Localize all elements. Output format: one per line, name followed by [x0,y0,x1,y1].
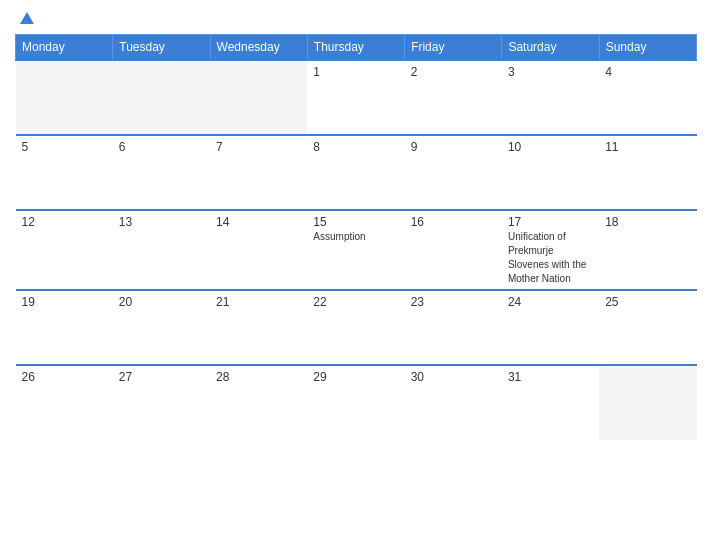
day-number: 16 [411,215,496,229]
day-number: 30 [411,370,496,384]
calendar-cell [113,60,210,135]
day-number: 18 [605,215,690,229]
week-row-2: 567891011 [16,135,697,210]
calendar-cell [210,60,307,135]
calendar-cell: 12 [16,210,113,290]
week-row-1: 1234 [16,60,697,135]
calendar-cell: 19 [16,290,113,365]
day-number: 26 [22,370,107,384]
calendar-cell [16,60,113,135]
day-number: 22 [313,295,398,309]
calendar-cell: 14 [210,210,307,290]
calendar-cell: 31 [502,365,599,440]
day-number: 5 [22,140,107,154]
calendar-cell: 27 [113,365,210,440]
day-number: 10 [508,140,593,154]
svg-marker-0 [20,12,34,24]
day-number: 12 [22,215,107,229]
weekday-header-monday: Monday [16,35,113,61]
calendar-cell: 29 [307,365,404,440]
logo [15,10,39,26]
calendar-cell: 4 [599,60,696,135]
weekday-header-thursday: Thursday [307,35,404,61]
day-number: 23 [411,295,496,309]
day-number: 14 [216,215,301,229]
day-number: 25 [605,295,690,309]
calendar-cell: 24 [502,290,599,365]
calendar-cell: 11 [599,135,696,210]
weekday-header-saturday: Saturday [502,35,599,61]
day-number: 27 [119,370,204,384]
day-number: 4 [605,65,690,79]
day-number: 20 [119,295,204,309]
day-number: 3 [508,65,593,79]
calendar-cell: 20 [113,290,210,365]
calendar-cell: 26 [16,365,113,440]
calendar-cell: 5 [16,135,113,210]
calendar-cell: 7 [210,135,307,210]
weekday-header-sunday: Sunday [599,35,696,61]
calendar-event: Unification of Prekmurje Slovenes with t… [508,231,586,284]
header [15,10,697,26]
calendar-cell: 8 [307,135,404,210]
day-number: 15 [313,215,398,229]
calendar-cell: 10 [502,135,599,210]
day-number: 11 [605,140,690,154]
day-number: 2 [411,65,496,79]
calendar-cell: 23 [405,290,502,365]
day-number: 28 [216,370,301,384]
calendar-cell: 18 [599,210,696,290]
week-row-3: 12131415Assumption1617Unification of Pre… [16,210,697,290]
weekday-header-wednesday: Wednesday [210,35,307,61]
weekday-header-friday: Friday [405,35,502,61]
calendar-cell: 2 [405,60,502,135]
week-row-5: 262728293031 [16,365,697,440]
weekday-header-row: MondayTuesdayWednesdayThursdayFridaySatu… [16,35,697,61]
day-number: 13 [119,215,204,229]
calendar-cell: 25 [599,290,696,365]
calendar-page: MondayTuesdayWednesdayThursdayFridaySatu… [0,0,712,550]
calendar-cell: 13 [113,210,210,290]
calendar-table: MondayTuesdayWednesdayThursdayFridaySatu… [15,34,697,440]
calendar-cell: 28 [210,365,307,440]
day-number: 17 [508,215,593,229]
logo-triangle-icon [19,10,35,26]
day-number: 31 [508,370,593,384]
day-number: 19 [22,295,107,309]
calendar-event: Assumption [313,231,365,242]
day-number: 7 [216,140,301,154]
calendar-cell: 22 [307,290,404,365]
day-number: 9 [411,140,496,154]
calendar-cell: 17Unification of Prekmurje Slovenes with… [502,210,599,290]
calendar-cell [599,365,696,440]
calendar-cell: 21 [210,290,307,365]
day-number: 8 [313,140,398,154]
calendar-cell: 15Assumption [307,210,404,290]
day-number: 6 [119,140,204,154]
day-number: 1 [313,65,398,79]
weekday-header-tuesday: Tuesday [113,35,210,61]
calendar-cell: 30 [405,365,502,440]
day-number: 24 [508,295,593,309]
calendar-cell: 16 [405,210,502,290]
day-number: 21 [216,295,301,309]
calendar-cell: 1 [307,60,404,135]
day-number: 29 [313,370,398,384]
calendar-cell: 6 [113,135,210,210]
calendar-cell: 9 [405,135,502,210]
week-row-4: 19202122232425 [16,290,697,365]
calendar-cell: 3 [502,60,599,135]
